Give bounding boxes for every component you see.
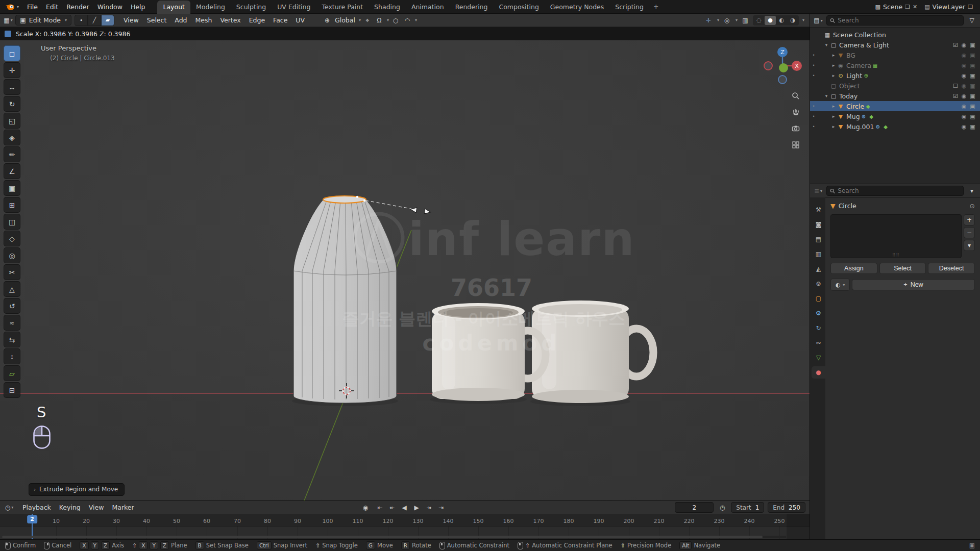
menu-item[interactable]: Keying: [55, 502, 85, 513]
editor-type-icon[interactable]: ▦▾: [3, 15, 13, 26]
outliner-row[interactable]: • ▸ ▼ Mug.001 ⚙ ◆ ◉ ▣: [810, 121, 980, 132]
properties-tab-view-layer[interactable]: ▥: [812, 248, 825, 260]
tool-inset-faces[interactable]: ◫: [4, 214, 20, 230]
tool-scale[interactable]: ◱: [4, 113, 20, 129]
add-workspace-button[interactable]: +: [649, 0, 663, 13]
tool-shrink-fatten[interactable]: ↕: [4, 348, 20, 364]
menu-item[interactable]: View: [85, 502, 108, 513]
menu-item[interactable]: Marker: [108, 502, 138, 513]
remove-slot-button[interactable]: −: [964, 227, 975, 238]
workspace-tab[interactable]: Layout: [157, 1, 190, 14]
menu-item[interactable]: Vertex: [216, 15, 244, 26]
disable-in-render-camera-icon[interactable]: ▣: [968, 103, 977, 110]
next-keyframe-button[interactable]: ↠: [423, 503, 434, 513]
tool-cursor[interactable]: ✛: [4, 62, 20, 78]
outliner-row[interactable]: • ▸ ⊙ Light ⊕ ◉ ▣: [810, 70, 980, 81]
frame-ruler[interactable]: 1020304050607080901001101201301401501601…: [0, 514, 810, 527]
workspace-tab[interactable]: Animation: [406, 1, 450, 14]
expand-chevron-icon[interactable]: ▸: [830, 114, 837, 119]
menu-item[interactable]: Face: [269, 15, 291, 26]
disable-in-render-camera-icon[interactable]: ▣: [968, 83, 977, 89]
selected-vertex[interactable]: [356, 196, 358, 198]
outliner-row[interactable]: • ▸ ◉ Camera ▦ ◉ ▣: [810, 60, 980, 70]
unlink-scene-icon[interactable]: ✕: [913, 4, 917, 10]
shading-solid[interactable]: ●: [765, 16, 776, 25]
zoom-button[interactable]: [790, 90, 801, 102]
tool-smooth[interactable]: ≈: [4, 315, 20, 331]
workspace-tab[interactable]: Rendering: [450, 1, 494, 14]
select-button[interactable]: Select: [879, 263, 926, 274]
overlays-icon[interactable]: ◎: [722, 15, 732, 26]
expand-chevron-icon[interactable]: ▾: [823, 93, 829, 98]
tool-transform[interactable]: ◈: [4, 130, 20, 145]
tool-bevel[interactable]: ◇: [4, 231, 20, 246]
disable-in-render-camera-icon[interactable]: ▣: [968, 113, 977, 120]
expand-chevron-icon[interactable]: ▸: [830, 104, 837, 109]
menu-item[interactable]: Mesh: [191, 15, 216, 26]
current-frame-field[interactable]: 2: [675, 502, 714, 513]
tool-loop-cut[interactable]: ◎: [4, 247, 20, 263]
start-frame-field[interactable]: Start1: [731, 502, 764, 513]
disable-in-render-camera-icon[interactable]: ▣: [968, 93, 977, 99]
disable-in-render-camera-icon[interactable]: ▣: [968, 72, 977, 79]
snap-magnet-icon[interactable]: Ω: [374, 15, 384, 26]
pan-button[interactable]: [790, 107, 801, 118]
shading-material-preview[interactable]: ◐: [776, 16, 787, 25]
menu-item[interactable]: Playback: [18, 502, 55, 513]
filter-icon[interactable]: ▽: [967, 15, 977, 26]
expand-chevron-icon[interactable]: ▸: [830, 53, 837, 58]
properties-tab-object[interactable]: ▢: [812, 292, 825, 305]
falloff-icon[interactable]: ◠: [402, 15, 412, 26]
select-mode-edge[interactable]: ╱: [88, 15, 101, 26]
properties-tab-object-data[interactable]: ▽: [812, 352, 825, 364]
resize-grip[interactable]: ⠿⠿: [892, 253, 900, 258]
tool-knife[interactable]: ✂: [4, 264, 20, 280]
hide-in-viewport-eye-icon[interactable]: ◉: [960, 83, 968, 89]
properties-tab-scene[interactable]: ◭: [812, 263, 825, 275]
editor-type-icon[interactable]: ≡▾: [813, 186, 823, 196]
tool-edge-slide[interactable]: ⇆: [4, 332, 20, 347]
blender-menu-button[interactable]: ▾: [5, 3, 19, 11]
hide-in-viewport-eye-icon[interactable]: ◉: [960, 72, 968, 79]
properties-tab-modifiers[interactable]: ⚙: [812, 307, 825, 319]
assign-button[interactable]: Assign: [830, 263, 877, 274]
menu-item[interactable]: Window: [93, 2, 127, 12]
select-mode-vertex[interactable]: ∙: [75, 15, 88, 26]
workspace-tab[interactable]: Scripting: [609, 1, 649, 14]
tool-spin[interactable]: ↺: [4, 298, 20, 314]
play-button[interactable]: ▶: [411, 503, 422, 513]
properties-tab-world[interactable]: ⊚: [812, 278, 825, 290]
3d-viewport[interactable]: inf learn 76617 즐거운 블렌더 - 아이소메트릭 하우스 cod…: [0, 27, 810, 500]
hide-in-viewport-eye-icon[interactable]: ◉: [960, 52, 968, 59]
exclude-checkbox[interactable]: ☑: [951, 42, 960, 48]
proportional-editing-icon[interactable]: ○: [390, 15, 401, 26]
tool-move[interactable]: ↔: [4, 79, 20, 95]
jump-to-start-button[interactable]: ⇤: [374, 503, 385, 513]
tool-rip-region[interactable]: ⊟: [4, 382, 20, 398]
camera-view-button[interactable]: [790, 123, 801, 134]
tool-shear[interactable]: ▱: [4, 365, 20, 381]
outliner-row[interactable]: • ▸ ▼ BG ◉ ▣: [810, 50, 980, 60]
options-icon[interactable]: ▾: [967, 186, 977, 196]
properties-tab-constraints[interactable]: ∾: [812, 337, 825, 349]
tool-select-box[interactable]: ◻: [4, 45, 20, 61]
menu-item[interactable]: UV: [291, 15, 309, 26]
pin-icon[interactable]: ⊙: [970, 202, 975, 210]
gizmo-y[interactable]: [779, 63, 788, 72]
timeline-strip[interactable]: 1020304050607080901001101201301401501601…: [0, 514, 810, 540]
properties-tab-output[interactable]: ▤: [812, 233, 825, 245]
auto-keying-icon[interactable]: ◉: [363, 504, 368, 511]
new-scene-icon[interactable]: ❏: [905, 4, 910, 10]
new-viewlayer-icon[interactable]: ❏: [968, 4, 973, 10]
properties-tab-render[interactable]: ◙: [812, 218, 825, 231]
play-reversed-button[interactable]: ◀: [399, 503, 410, 513]
tool-add-cube[interactable]: ▣: [4, 180, 20, 196]
slot-specials-menu[interactable]: ▾: [964, 240, 975, 251]
menu-item[interactable]: Edge: [245, 15, 269, 26]
material-slot-list[interactable]: ⠿⠿: [830, 214, 962, 258]
exclude-checkbox[interactable]: ☐: [951, 83, 960, 89]
hide-in-viewport-eye-icon[interactable]: ◉: [960, 113, 968, 120]
timeline-scrollbar[interactable]: [2, 536, 786, 538]
editor-type-icon[interactable]: ▤▾: [813, 15, 823, 26]
outliner-row[interactable]: ▦ Scene Collection: [810, 30, 980, 40]
